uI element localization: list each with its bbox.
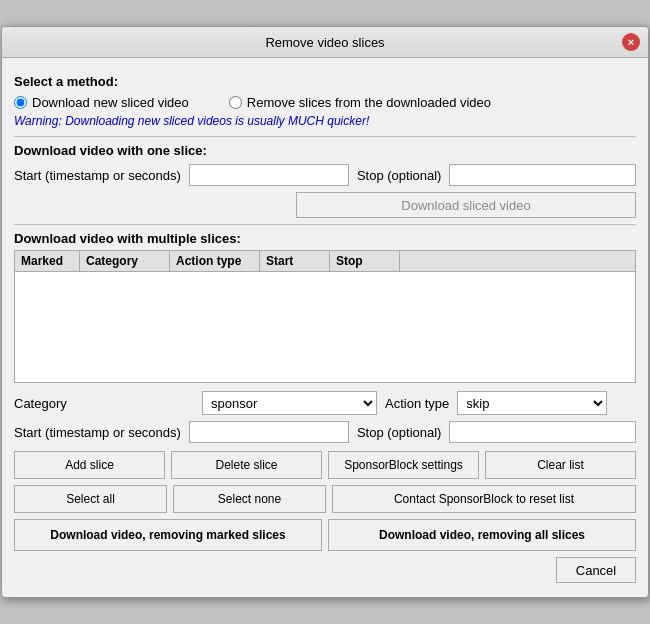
category-select[interactable]: sponsor intro outro interaction selfprom… (202, 391, 377, 415)
category-label: Category (14, 396, 194, 411)
radio-remove-from[interactable]: Remove slices from the downloaded video (229, 95, 491, 110)
radio-remove-from-label: Remove slices from the downloaded video (247, 95, 491, 110)
sponsorblock-settings-button[interactable]: SponsorBlock settings (328, 451, 479, 479)
select-none-button[interactable]: Select none (173, 485, 326, 513)
divider-2 (14, 224, 636, 225)
col-extra (400, 251, 635, 271)
col-stop: Stop (330, 251, 400, 271)
download-all-button[interactable]: Download video, removing all slices (328, 519, 636, 551)
radio-remove-from-input[interactable] (229, 96, 242, 109)
table-body (15, 272, 635, 382)
btn-row-3: Download video, removing marked slices D… (14, 519, 636, 551)
col-start: Start (260, 251, 330, 271)
action-type-label: Action type (385, 396, 449, 411)
multi-stop-input[interactable] (449, 421, 636, 443)
single-slice-row: Start (timestamp or seconds) Stop (optio… (14, 164, 636, 186)
slices-table: Marked Category Action type Start Stop (14, 250, 636, 383)
col-action-type: Action type (170, 251, 260, 271)
dialog: Remove video slices × Select a method: D… (1, 26, 649, 598)
action-type-select[interactable]: skip mute full (457, 391, 607, 415)
start-label: Start (timestamp or seconds) (14, 168, 181, 183)
contact-sponsorblock-button[interactable]: Contact SponsorBlock to reset list (332, 485, 636, 513)
dialog-content: Select a method: Download new sliced vid… (2, 58, 648, 597)
btn-row-1: Add slice Delete slice SponsorBlock sett… (14, 451, 636, 479)
col-category: Category (80, 251, 170, 271)
table-header: Marked Category Action type Start Stop (15, 251, 635, 272)
col-marked: Marked (15, 251, 80, 271)
title-bar: Remove video slices × (2, 27, 648, 58)
multi-start-label: Start (timestamp or seconds) (14, 425, 181, 440)
radio-download-new-label: Download new sliced video (32, 95, 189, 110)
add-slice-button[interactable]: Add slice (14, 451, 165, 479)
stop-input[interactable] (449, 164, 636, 186)
warning-text: Warning: Downloading new sliced videos i… (14, 114, 636, 128)
btn-row-2: Select all Select none Contact SponsorBl… (14, 485, 636, 513)
multi-slice-label: Download video with multiple slices: (14, 231, 636, 246)
method-radio-group: Download new sliced video Remove slices … (14, 95, 636, 110)
single-slice-label: Download video with one slice: (14, 143, 636, 158)
delete-slice-button[interactable]: Delete slice (171, 451, 322, 479)
radio-download-new-input[interactable] (14, 96, 27, 109)
stop-label: Stop (optional) (357, 168, 442, 183)
radio-download-new[interactable]: Download new sliced video (14, 95, 189, 110)
clear-list-button[interactable]: Clear list (485, 451, 636, 479)
cancel-button[interactable]: Cancel (556, 557, 636, 583)
cancel-row: Cancel (14, 557, 636, 587)
multi-start-input[interactable] (189, 421, 349, 443)
category-action-row: Category sponsor intro outro interaction… (14, 391, 636, 415)
divider-1 (14, 136, 636, 137)
download-sliced-video-button[interactable]: Download sliced video (296, 192, 636, 218)
download-marked-button[interactable]: Download video, removing marked slices (14, 519, 322, 551)
multi-start-stop-row: Start (timestamp or seconds) Stop (optio… (14, 421, 636, 443)
select-all-button[interactable]: Select all (14, 485, 167, 513)
start-input[interactable] (189, 164, 349, 186)
dialog-title: Remove video slices (28, 35, 622, 50)
method-label: Select a method: (14, 74, 636, 89)
download-row: Download sliced video (14, 192, 636, 218)
close-button[interactable]: × (622, 33, 640, 51)
multi-stop-label: Stop (optional) (357, 425, 442, 440)
